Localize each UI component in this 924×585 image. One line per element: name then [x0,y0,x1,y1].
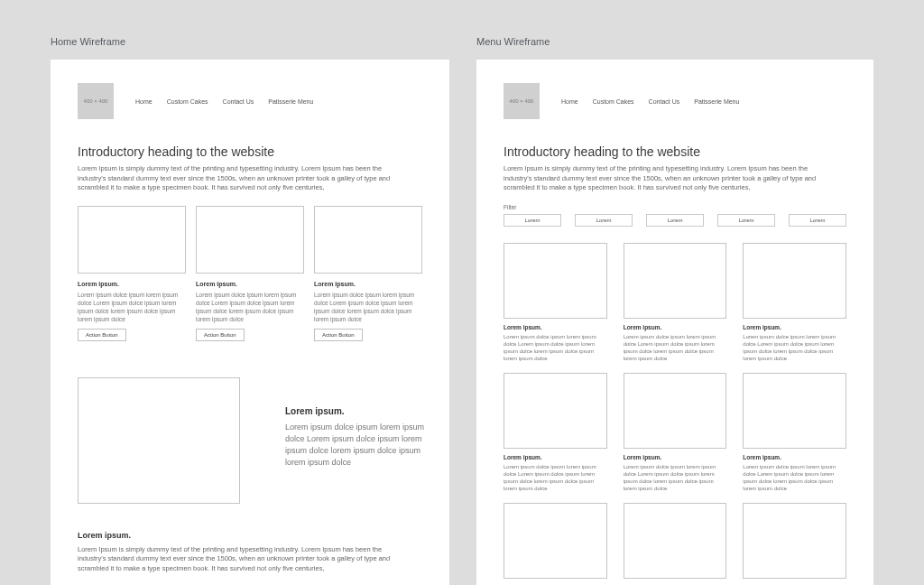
section2-body: Lorem Ipsum is simply dummy text of the … [78,545,402,574]
menu-image-placeholder [743,503,846,579]
nav-custom[interactable]: Custom Cakes [167,98,208,105]
menu-item: Lorem ipsum. Lorem ipsum dolce ipsum lor… [504,503,607,585]
card-heading: Lorem ipsum. [314,281,422,287]
card: Lorem ipsum. Lorem ipsum dolce ipsum lor… [78,206,186,341]
menu-item: Lorem ipsum. Lorem ipsum dolce ipsum lor… [624,373,727,492]
card-body: Lorem ipsum dolce ipsum lorem ipsum dolc… [196,291,304,323]
card-action-button[interactable]: Action Button [314,329,363,341]
menu-wireframe-panel: Menu Wireframe 400 × 400 Home Custom Cak… [476,36,873,585]
card-heading: Lorem ipsum. [78,281,186,287]
menu-item-body: Lorem ipsum dolce ipsum lorem ipsum dolc… [504,333,607,362]
menu-item-heading: Lorem ipsum. [504,454,607,460]
card-action-button[interactable]: Action Button [196,329,245,341]
menu-item: Lorem ipsum. Lorem ipsum dolce ipsum lor… [504,373,607,492]
nav-menu[interactable]: Patisserie Menu [268,98,313,105]
menu-item: Lorem ipsum. Lorem ipsum dolce ipsum lor… [743,373,846,492]
card-image-placeholder [78,206,186,274]
menu-image-placeholder [504,503,607,579]
menu-item-body: Lorem ipsum dolce ipsum lorem ipsum dolc… [504,463,607,492]
filter-row: Lorem Lorem Lorem Lorem Lorem [504,214,846,227]
nav-contact[interactable]: Contact Us [649,98,680,105]
card-row: Lorem ipsum. Lorem ipsum dolce ipsum lor… [78,206,422,341]
feature-image-placeholder [78,377,240,504]
feature-body: Lorem ipsum dolce ipsum lorem ipsum dolc… [285,422,439,469]
home-wireframe-panel: Home Wireframe 400 × 400 Home Custom Cak… [51,36,449,585]
nav-contact[interactable]: Contact Us [223,98,254,105]
menu-item: Lorem ipsum. Lorem ipsum dolce ipsum lor… [624,503,727,585]
feature-heading: Lorem ipsum. [285,406,439,416]
header: 400 × 400 Home Custom Cakes Contact Us P… [78,83,422,119]
nav-home[interactable]: Home [561,98,578,105]
nav-custom[interactable]: Custom Cakes [593,98,634,105]
menu-item-heading: Lorem ipsum. [504,324,607,330]
nav-menu[interactable]: Patisserie Menu [694,98,739,105]
card-heading: Lorem ipsum. [196,281,304,287]
filter-button[interactable]: Lorem [504,214,561,227]
card-image-placeholder [196,206,304,274]
menu-item-body: Lorem ipsum dolce ipsum lorem ipsum dolc… [624,463,727,492]
section2-heading: Lorem ipsum. [78,531,422,540]
filter-button[interactable]: Lorem [575,214,633,227]
filter-label: Filter [504,204,846,210]
nav-home[interactable]: Home [135,98,152,105]
nav: Home Custom Cakes Contact Us Patisserie … [135,98,313,105]
menu-item-body: Lorem ipsum dolce ipsum lorem ipsum dolc… [743,333,846,362]
card-body: Lorem ipsum dolce ipsum lorem ipsum dolc… [78,291,186,323]
home-frame: 400 × 400 Home Custom Cakes Contact Us P… [51,60,449,585]
menu-frame: 400 × 400 Home Custom Cakes Contact Us P… [476,60,873,585]
menu-item-heading: Lorem ipsum. [743,454,846,460]
menu-item: Lorem ipsum. Lorem ipsum dolce ipsum lor… [504,243,607,362]
menu-image-placeholder [624,503,727,579]
feature-text: Lorem ipsum. Lorem ipsum dolce ipsum lor… [285,406,439,474]
menu-item: Lorem ipsum. Lorem ipsum dolce ipsum lor… [743,503,846,585]
filter-button[interactable]: Lorem [717,214,775,227]
card-body: Lorem ipsum dolce ipsum lorem ipsum dolc… [314,291,422,323]
intro-heading: Introductory heading to the website [504,144,846,159]
intro-body: Lorem Ipsum is simply dummy text of the … [78,164,402,193]
card: Lorem ipsum. Lorem ipsum dolce ipsum lor… [314,206,422,341]
header: 400 × 400 Home Custom Cakes Contact Us P… [504,83,846,119]
intro-heading: Introductory heading to the website [78,144,422,159]
menu-item: Lorem ipsum. Lorem ipsum dolce ipsum lor… [743,243,846,362]
card: Lorem ipsum. Lorem ipsum dolce ipsum lor… [196,206,304,341]
filter-button[interactable]: Lorem [789,214,846,227]
nav: Home Custom Cakes Contact Us Patisserie … [561,98,739,105]
menu-image-placeholder [743,243,846,319]
menu-item-body: Lorem ipsum dolce ipsum lorem ipsum dolc… [743,463,846,492]
logo-placeholder: 400 × 400 [504,83,540,119]
logo-placeholder: 400 × 400 [78,83,114,119]
menu-image-placeholder [504,243,607,319]
intro-body: Lorem Ipsum is simply dummy text of the … [504,164,828,193]
menu-grid: Lorem ipsum. Lorem ipsum dolce ipsum lor… [504,243,846,586]
card-action-button[interactable]: Action Button [78,329,126,341]
home-panel-title: Home Wireframe [51,36,449,47]
menu-panel-title: Menu Wireframe [476,36,873,47]
menu-item-heading: Lorem ipsum. [743,324,846,330]
menu-image-placeholder [624,373,727,449]
menu-image-placeholder [504,373,607,449]
feature-row: Lorem ipsum. Lorem ipsum dolce ipsum lor… [78,377,422,504]
menu-image-placeholder [624,243,727,319]
menu-item-heading: Lorem ipsum. [624,324,727,330]
filter-button[interactable]: Lorem [646,214,704,227]
menu-item: Lorem ipsum. Lorem ipsum dolce ipsum lor… [624,243,727,362]
menu-item-body: Lorem ipsum dolce ipsum lorem ipsum dolc… [624,333,727,362]
card-image-placeholder [314,206,422,274]
menu-item-heading: Lorem ipsum. [624,454,727,460]
menu-image-placeholder [743,373,846,449]
